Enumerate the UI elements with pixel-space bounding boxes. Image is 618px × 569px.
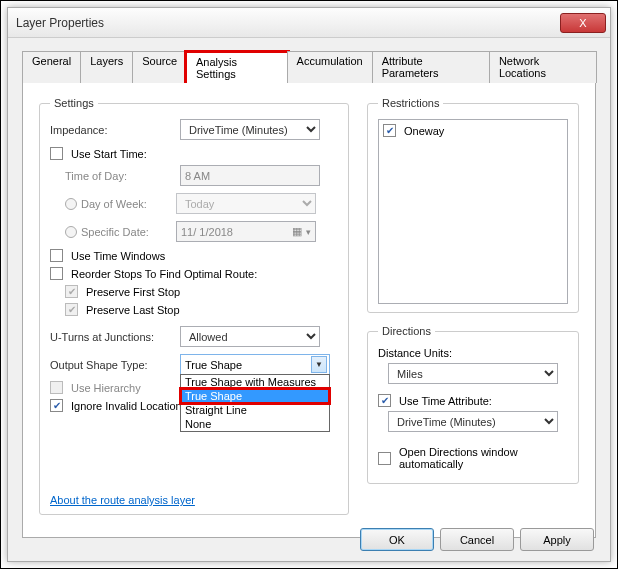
day-of-week-radio[interactable]	[65, 198, 77, 210]
use-time-windows-label: Use Time Windows	[71, 250, 165, 262]
tab-layers[interactable]: Layers	[80, 51, 133, 83]
time-attr-combo[interactable]: DriveTime (Minutes)	[388, 411, 558, 432]
uturns-label: U-Turns at Junctions:	[50, 331, 180, 343]
oneway-checkbox[interactable]	[383, 124, 396, 137]
use-hierarchy-label: Use Hierarchy	[71, 382, 141, 394]
restrictions-list[interactable]: Oneway	[378, 119, 568, 304]
oneway-label: Oneway	[404, 125, 444, 137]
settings-group: Settings Impedance: DriveTime (Minutes) …	[39, 97, 349, 515]
use-time-attr-label: Use Time Attribute:	[399, 395, 492, 407]
chevron-down-icon: ▼	[311, 356, 327, 373]
window-title: Layer Properties	[16, 16, 560, 30]
ignore-invalid-checkbox[interactable]	[50, 399, 63, 412]
reorder-stops-label: Reorder Stops To Find Optimal Route:	[71, 268, 257, 280]
impedance-label: Impedance:	[50, 124, 180, 136]
dialog-body: General Layers Source Analysis Settings …	[8, 38, 610, 561]
tab-analysis-settings[interactable]: Analysis Settings	[186, 52, 288, 84]
about-link[interactable]: About the route analysis layer	[50, 494, 195, 506]
time-of-day-input[interactable]	[180, 165, 320, 186]
ignore-invalid-label: Ignore Invalid Locations	[71, 400, 187, 412]
open-directions-label: Open Directions window automatically	[399, 446, 568, 470]
output-shape-dropdown: True Shape with Measures True Shape Stra…	[180, 374, 330, 432]
day-of-week-combo[interactable]: Today	[176, 193, 316, 214]
restrictions-group: Restrictions Oneway	[367, 97, 579, 313]
impedance-combo[interactable]: DriveTime (Minutes)	[180, 119, 320, 140]
uturns-combo[interactable]: Allowed	[180, 326, 320, 347]
preserve-first-checkbox[interactable]	[65, 285, 78, 298]
dropdown-option[interactable]: Straight Line	[181, 403, 329, 417]
calendar-icon: ▦	[290, 225, 304, 238]
specific-date-input[interactable]: 11/ 1/2018 ▦ ▾	[176, 221, 316, 242]
dropdown-option[interactable]: None	[181, 417, 329, 431]
tab-attribute-parameters[interactable]: Attribute Parameters	[372, 51, 490, 83]
apply-button[interactable]: Apply	[520, 528, 594, 551]
use-time-attr-checkbox[interactable]	[378, 394, 391, 407]
use-hierarchy-checkbox[interactable]	[50, 381, 63, 394]
tab-network-locations[interactable]: Network Locations	[489, 51, 597, 83]
dialog-buttons: OK Cancel Apply	[360, 528, 594, 551]
output-shape-combo[interactable]: True Shape ▼	[180, 354, 330, 375]
distance-units-combo[interactable]: Miles	[388, 363, 558, 384]
directions-legend: Directions	[378, 325, 435, 337]
dropdown-option[interactable]: True Shape with Measures	[181, 375, 329, 389]
titlebar: Layer Properties X	[8, 8, 610, 38]
use-time-windows-checkbox[interactable]	[50, 249, 63, 262]
ok-button[interactable]: OK	[360, 528, 434, 551]
tab-source[interactable]: Source	[132, 51, 187, 83]
settings-legend: Settings	[50, 97, 98, 109]
restrictions-legend: Restrictions	[378, 97, 443, 109]
tab-general[interactable]: General	[22, 51, 81, 83]
preserve-first-label: Preserve First Stop	[86, 286, 180, 298]
preserve-last-label: Preserve Last Stop	[86, 304, 180, 316]
output-shape-label: Output Shape Type:	[50, 359, 180, 371]
directions-group: Directions Distance Units: Miles Use Tim…	[367, 325, 579, 484]
open-directions-checkbox[interactable]	[378, 452, 391, 465]
use-start-time-label: Use Start Time:	[71, 148, 147, 160]
dialog-window: Layer Properties X General Layers Source…	[7, 7, 611, 562]
specific-date-label: Specific Date:	[81, 226, 176, 238]
tab-strip: General Layers Source Analysis Settings …	[22, 51, 596, 84]
specific-date-radio[interactable]	[65, 226, 77, 238]
preserve-last-checkbox[interactable]	[65, 303, 78, 316]
use-start-time-checkbox[interactable]	[50, 147, 63, 160]
reorder-stops-checkbox[interactable]	[50, 267, 63, 280]
cancel-button[interactable]: Cancel	[440, 528, 514, 551]
distance-units-label: Distance Units:	[378, 347, 568, 359]
close-button[interactable]: X	[560, 13, 606, 33]
tab-accumulation[interactable]: Accumulation	[287, 51, 373, 83]
tab-panel: Settings Impedance: DriveTime (Minutes) …	[22, 83, 596, 538]
time-of-day-label: Time of Day:	[65, 170, 180, 182]
dropdown-option-selected[interactable]: True Shape	[181, 389, 329, 403]
chevron-down-icon: ▾	[306, 227, 311, 237]
day-of-week-label: Day of Week:	[81, 198, 176, 210]
